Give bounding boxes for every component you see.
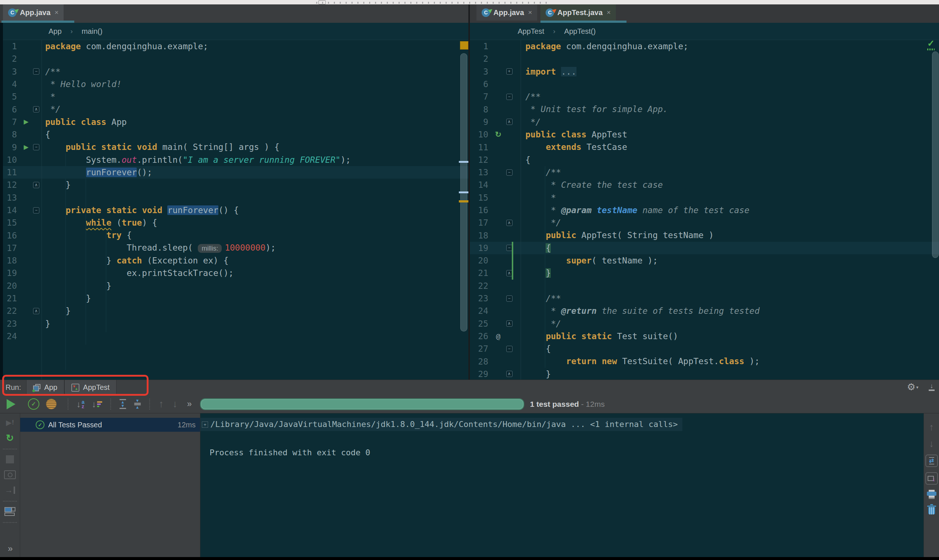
clear-all-trash-icon[interactable] — [927, 504, 936, 514]
fold-marker-icon[interactable]: − — [504, 295, 515, 302]
inspections-ok-icon[interactable]: ✓ — [927, 39, 934, 50]
code-line[interactable]: 12{ — [470, 154, 939, 166]
breadcrumb-class[interactable]: App — [49, 27, 62, 35]
code-line[interactable]: 7−/** — [470, 91, 939, 103]
editor-app-java[interactable]: 1package com.dengqinghua.example;23−/**4… — [0, 40, 469, 380]
rerun-icon[interactable]: ↻ — [6, 432, 14, 443]
code-line[interactable]: 9▶− public static void main( String[] ar… — [0, 141, 469, 153]
sort-by-duration-toggle[interactable]: ↓ — [92, 399, 102, 409]
code-line[interactable]: 23} — [0, 317, 469, 330]
code-line[interactable]: 10↻public class AppTest — [470, 128, 939, 141]
settings-gear-icon[interactable]: ⚙▾ — [907, 382, 918, 393]
soft-wrap-toggle-icon[interactable]: ⇄ — [925, 455, 938, 467]
code-line[interactable]: 19 ex.printStackTrace(); — [0, 267, 469, 279]
fold-marker-icon[interactable]: − — [504, 169, 515, 175]
next-occurrence-button[interactable]: ↓ — [173, 398, 177, 410]
code-line[interactable]: 11 extends TestCase — [470, 141, 939, 153]
rerun-tests-button[interactable] — [7, 399, 15, 409]
test-rerun-gutter-icon[interactable]: ↻ — [493, 130, 504, 139]
expand-all-button[interactable]: ▲▼ — [119, 399, 126, 409]
code-line[interactable]: 21∧ } — [470, 267, 939, 279]
run-gutter-icon[interactable]: ▶ — [21, 143, 31, 151]
fold-marker-icon[interactable]: ∧ — [31, 106, 42, 112]
show-passed-toggle[interactable]: ✓ — [28, 398, 39, 410]
code-line[interactable]: 24 * @return the suite of tests being te… — [470, 305, 939, 317]
breadcrumb-class[interactable]: AppTest — [518, 27, 544, 35]
stripe-mark-identifier[interactable] — [459, 161, 469, 163]
code-line[interactable]: 16 try { — [0, 229, 469, 242]
editor-splitter[interactable] — [469, 5, 470, 380]
code-line[interactable]: 28 return new TestSuite( AppTest.class )… — [470, 355, 939, 368]
close-icon[interactable]: × — [54, 8, 59, 17]
close-icon[interactable]: × — [528, 8, 532, 17]
code-line[interactable]: 18 } catch (Exception ex) { — [0, 254, 469, 267]
previous-occurrence-button[interactable]: ↑ — [159, 398, 164, 410]
fold-marker-icon[interactable]: ∧ — [504, 119, 515, 125]
run-console[interactable]: + /Library/Java/JavaVirtualMachines/jdk1… — [200, 413, 924, 557]
exit-icon[interactable]: → — [5, 485, 15, 496]
code-line[interactable]: 24 — [0, 330, 469, 343]
editor-apptest-java[interactable]: 1package com.dengqinghua.example;23+impo… — [470, 40, 939, 380]
code-line[interactable]: 19− { — [470, 242, 939, 254]
code-line[interactable]: 10 System.out.println("I am a server run… — [0, 154, 469, 166]
code-line[interactable]: 22 — [470, 280, 939, 292]
code-line[interactable]: 23− /** — [470, 292, 939, 305]
code-line[interactable]: 7▶public class App — [0, 116, 469, 128]
code-line[interactable]: 21 } — [0, 292, 469, 305]
fold-marker-icon[interactable]: ∧ — [504, 371, 515, 377]
stripe-mark-identifier[interactable] — [459, 191, 469, 193]
code-line[interactable]: 5 * — [0, 91, 469, 103]
fold-marker-icon[interactable]: + — [504, 68, 515, 75]
hidden-tabs-chevrons-icon[interactable]: » — [8, 543, 12, 554]
code-line[interactable]: 16 * @param testName name of the test ca… — [470, 204, 939, 217]
scroll-to-end-toggle-icon[interactable]: ↓ — [925, 472, 938, 485]
up-stacktrace-icon[interactable]: ↑ — [929, 422, 934, 433]
code-line[interactable]: 22∧ } — [0, 305, 469, 317]
code-line[interactable]: 8{ — [0, 128, 469, 141]
code-line[interactable]: 15 while (true) { — [0, 217, 469, 229]
code-line[interactable]: 3−/** — [0, 65, 469, 78]
fold-marker-icon[interactable]: − — [504, 346, 515, 352]
fold-marker-icon[interactable]: ∧ — [31, 182, 42, 188]
fold-marker-icon[interactable]: ∧ — [504, 220, 515, 226]
fold-marker-icon[interactable]: − — [31, 144, 42, 150]
fold-marker-icon[interactable]: ∧ — [504, 270, 515, 276]
code-line[interactable]: 1package com.dengqinghua.example; — [0, 40, 469, 52]
code-line[interactable]: 2 — [470, 52, 939, 65]
tab-apptest-java[interactable]: C▶ AppTest.java × — [540, 5, 616, 21]
code-line[interactable]: 18 public AppTest( String testName ) — [470, 229, 939, 242]
code-line[interactable]: 2 — [0, 52, 469, 65]
dock-pin-icon[interactable]: ↓ — [929, 383, 934, 391]
code-line[interactable]: 13 — [0, 191, 469, 204]
tab-app-java-right[interactable]: C▶ App.java × — [476, 5, 537, 21]
code-line[interactable]: 26@ public static Test suite() — [470, 330, 939, 343]
breadcrumb-method[interactable]: main() — [82, 27, 103, 35]
stripe-mark-warning[interactable] — [459, 200, 469, 203]
more-actions-icon[interactable]: » — [187, 399, 192, 409]
show-ignored-toggle[interactable] — [46, 399, 57, 409]
console-command-line[interactable]: + /Library/Java/JavaVirtualMachines/jdk1… — [200, 418, 682, 431]
code-line[interactable]: 17∧ */ — [470, 217, 939, 229]
rerun-failed-tests-icon[interactable]: ▶! — [6, 417, 14, 428]
fold-marker-icon[interactable]: ∧ — [31, 308, 42, 314]
fold-marker-icon[interactable]: − — [504, 94, 515, 100]
code-line[interactable]: 12∧ } — [0, 178, 469, 191]
fold-marker-icon[interactable]: − — [31, 207, 42, 214]
tab-app-java-left[interactable]: C▶ App.java × — [3, 5, 63, 21]
fold-marker-icon[interactable]: − — [504, 245, 515, 251]
scrollbar-thumb[interactable] — [932, 51, 939, 258]
code-line[interactable]: 17 Thread.sleep( millis:10000000); — [0, 242, 469, 254]
inspection-status-warning-square[interactable] — [460, 41, 469, 49]
down-stacktrace-icon[interactable]: ↓ — [929, 438, 934, 449]
code-line[interactable]: 4 * Hello world! — [0, 78, 469, 91]
test-tree-row-all-passed[interactable]: ✓ All Tests Passed 12ms — [20, 418, 200, 432]
collapse-all-button[interactable]: ▼▲ — [134, 399, 141, 409]
stop-icon[interactable] — [6, 454, 14, 465]
dump-threads-camera-icon[interactable] — [4, 469, 16, 480]
code-line[interactable]: 15 * — [470, 191, 939, 204]
close-icon[interactable]: × — [607, 8, 611, 17]
code-line[interactable]: 29∧ } — [470, 368, 939, 380]
code-line[interactable]: 25∧ */ — [470, 317, 939, 330]
code-line[interactable]: 14− private static void runForever() { — [0, 204, 469, 217]
print-icon[interactable] — [927, 490, 936, 499]
